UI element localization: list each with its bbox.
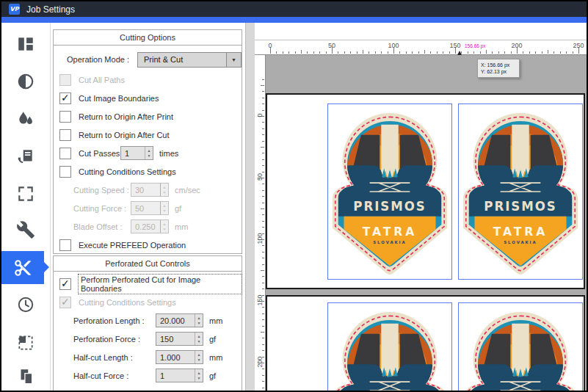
sidebar-item-schedule-clock[interactable] (1, 290, 49, 319)
cut-image-boundaries-checkbox[interactable] (59, 92, 71, 104)
ruler-tick (262, 350, 264, 351)
sidebar-item-copies-pages[interactable] (1, 362, 49, 391)
ruler-tick (523, 51, 523, 54)
cutting-conditions-settings-label: Cutting Conditions Settings (79, 298, 176, 307)
label-object[interactable]: PRISMOSTATRASLOVAKIA (327, 302, 452, 391)
row-perform-perforated-cut-for-image-boundaries: Perform Perforated Cut for Image Boundar… (59, 275, 242, 293)
spin-up-icon[interactable]: ▲ (145, 148, 153, 153)
perforation-length-spinner[interactable]: 20.000▲▼ (156, 313, 203, 327)
ruler-tick (313, 51, 314, 54)
cursor-position-label: 156.66 px (465, 43, 486, 48)
ruler-tick (262, 153, 264, 153)
window-title: Job Settings (26, 4, 75, 15)
ruler-tick (262, 283, 264, 283)
sidebar-item-ink-drops[interactable] (1, 104, 49, 134)
label-object[interactable]: PRISMOSTATRASLOVAKIA (458, 302, 583, 391)
cutting-force-label: Cutting Force : (73, 204, 131, 213)
return-to-origin-after-print-label: Return to Origin After Print (79, 112, 173, 121)
svg-text:SLOVAKIA: SLOVAKIA (504, 240, 537, 244)
row-return-to-origin-after-print: Return to Origin After Print (59, 107, 242, 126)
operation-mode-select[interactable]: Print & Cut ▼ (137, 52, 242, 68)
ruler-tick (548, 50, 548, 54)
sidebar-item-contrast[interactable] (1, 67, 49, 96)
ruler-tick (262, 104, 264, 104)
ruler-tick (262, 91, 264, 92)
ruler-tick (261, 85, 265, 86)
spin-up-icon: ▲ (161, 185, 168, 190)
chevron-down-icon[interactable]: ▼ (226, 53, 241, 67)
page-2: PRISMOSTATRASLOVAKIAPRISMOSTATRASLOVAKIA (266, 295, 585, 391)
sidebar-item-cutting-scissors[interactable] (1, 251, 44, 284)
ruler-tick (283, 51, 283, 54)
ruler-tick (399, 51, 400, 54)
return-to-origin-after-print-checkbox[interactable] (59, 111, 71, 123)
svg-text:PRISMOS: PRISMOS (353, 199, 426, 214)
label-object[interactable]: PRISMOSTATRASLOVAKIA (327, 104, 452, 280)
ruler-tick (262, 165, 264, 166)
spinner-arrows: ▲▼ (160, 184, 168, 196)
half-cut-length-spinner[interactable]: 1.000▲▼ (156, 350, 203, 364)
execute-prefeed-operation-checkbox[interactable] (59, 239, 71, 251)
spinner-arrows: ▲▼ (195, 314, 203, 327)
operation-mode-label: Operation Mode : (67, 55, 137, 64)
row-perforation-length: Perforation Length :20.000▲▼mm (59, 311, 242, 330)
v-ruler-label: 50 (256, 170, 264, 184)
ruler-tick (326, 51, 327, 54)
cut-passes-unit: times (159, 149, 178, 158)
spin-up-icon[interactable]: ▲ (195, 334, 203, 339)
sidebar-item-rip-queue[interactable] (1, 142, 49, 171)
ruler-tick (262, 227, 264, 228)
ruler-tick (262, 196, 264, 197)
ruler-tick (511, 51, 512, 54)
panel-splitter[interactable] (245, 23, 255, 391)
spin-up-icon: ▲ (161, 222, 168, 227)
ruler-tick (262, 326, 264, 327)
spin-down-icon[interactable]: ▼ (145, 153, 153, 159)
ruler-tick (363, 50, 363, 54)
sidebar-item-layout[interactable] (1, 29, 49, 59)
cut-passes-checkbox[interactable] (59, 148, 71, 159)
rip-queue-icon (16, 147, 35, 166)
half-cut-force-spinner[interactable]: 1▲▼ (156, 369, 203, 382)
cutting-speed-value: 30 (131, 186, 160, 195)
spin-down-icon[interactable]: ▼ (195, 376, 203, 381)
ruler-tick (262, 338, 264, 338)
sidebar-item-tools-wrench[interactable] (1, 215, 49, 244)
perform-perforated-cut-for-image-boundaries-checkbox[interactable] (59, 278, 71, 290)
spin-up-icon[interactable]: ▲ (195, 371, 203, 376)
ruler-tick (307, 51, 308, 54)
ruler-tick (262, 313, 264, 314)
cut-image-boundaries-label: Cut Image Boundaries (79, 94, 159, 103)
h-ruler-label: 0 (268, 42, 272, 49)
operation-mode-value: Print & Cut (138, 55, 226, 64)
cutting-speed-spinner: 30▲▼ (131, 183, 169, 197)
ruler-tick (504, 51, 505, 54)
spin-down-icon[interactable]: ▼ (195, 321, 203, 326)
ruler-tick (443, 51, 443, 54)
perforation-length-value: 20.000 (156, 316, 195, 325)
ruler-tick (262, 258, 264, 258)
spin-down-icon[interactable]: ▼ (195, 357, 203, 363)
ruler-cursor-marker (457, 51, 462, 55)
spin-down-icon: ▼ (161, 227, 168, 232)
badge-svg: PRISMOSTATRASLOVAKIA (328, 303, 451, 391)
blade-offset-value: 0.250 (131, 222, 160, 231)
ruler-tick (261, 147, 265, 148)
ruler-tick (262, 98, 264, 98)
label-object[interactable]: PRISMOSTATRASLOVAKIA (458, 104, 583, 280)
cut-passes-spinner[interactable]: 1▲▼ (120, 146, 153, 160)
cutting-conditions-settings-checkbox[interactable] (59, 166, 71, 178)
return-to-origin-after-cut-checkbox[interactable] (59, 129, 71, 141)
sidebar-item-selection-marquee[interactable] (1, 328, 49, 357)
spin-up-icon[interactable]: ▲ (195, 352, 203, 357)
spin-down-icon[interactable]: ▼ (195, 339, 203, 344)
tooltip-x-value: X: 156.66 px (481, 62, 516, 68)
layout-canvas[interactable]: PRISMOSTATRASLOVAKIAPRISMOSTATRASLOVAKIA… (266, 55, 587, 391)
perforation-force-spinner[interactable]: 150▲▼ (156, 332, 203, 346)
sidebar-item-crop-marks[interactable] (1, 179, 49, 208)
ruler-tick (262, 381, 264, 382)
spin-up-icon[interactable]: ▲ (195, 316, 203, 321)
ruler-tick (261, 208, 265, 209)
svg-text:TATRA: TATRA (493, 225, 548, 239)
svg-text:TATRA: TATRA (363, 225, 418, 239)
